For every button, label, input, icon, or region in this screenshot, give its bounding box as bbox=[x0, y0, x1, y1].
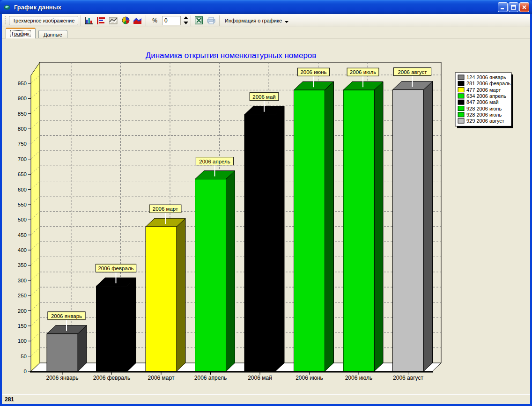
svg-text:2006 апрель: 2006 апрель bbox=[199, 159, 230, 164]
status-bar: 281 bbox=[2, 394, 530, 404]
chart-info-button[interactable]: Информация о графике bbox=[222, 16, 291, 25]
svg-text:2006 май: 2006 май bbox=[252, 94, 276, 100]
title-bar: График данных bbox=[0, 0, 532, 14]
toolbar-separator bbox=[219, 15, 220, 26]
svg-text:2006 апрель: 2006 апрель bbox=[194, 375, 227, 381]
horizontal-bar-chart-button[interactable] bbox=[96, 15, 107, 26]
svg-text:847 2006 май: 847 2006 май bbox=[466, 99, 499, 105]
svg-text:477 2006 март: 477 2006 март bbox=[466, 87, 501, 93]
svg-text:928 2006 июль: 928 2006 июль bbox=[466, 112, 502, 118]
svg-text:2006 июнь: 2006 июнь bbox=[300, 69, 326, 75]
tab-data[interactable]: Данные bbox=[38, 30, 67, 38]
svg-text:750: 750 bbox=[18, 141, 27, 147]
svg-text:634 2006 апрель: 634 2006 апрель bbox=[466, 93, 506, 99]
svg-text:950: 950 bbox=[18, 81, 27, 86]
bar-2 bbox=[146, 218, 185, 371]
toolbar-grip[interactable] bbox=[4, 16, 7, 25]
svg-text:0: 0 bbox=[24, 369, 27, 374]
window-icon bbox=[3, 3, 11, 11]
three-d-view-button[interactable]: Трехмерное изображение bbox=[9, 16, 78, 25]
line-chart-icon bbox=[109, 17, 118, 24]
tab-chart-label: График bbox=[11, 31, 30, 37]
svg-text:650: 650 bbox=[18, 171, 27, 177]
vertical-bar-chart-button[interactable] bbox=[83, 15, 95, 26]
area-chart-button[interactable] bbox=[132, 15, 143, 26]
svg-text:928 2006 июнь: 928 2006 июнь bbox=[466, 106, 502, 111]
close-button[interactable] bbox=[519, 2, 529, 12]
svg-text:700: 700 bbox=[18, 156, 27, 162]
vertical-bar-chart-icon bbox=[85, 17, 93, 24]
pie-chart-icon bbox=[122, 16, 130, 24]
svg-text:450: 450 bbox=[18, 232, 27, 238]
chart-canvas: 0501001502002503003504004505005506006507… bbox=[2, 38, 530, 393]
minimize-icon bbox=[500, 5, 505, 10]
tab-chart[interactable]: График bbox=[6, 28, 36, 38]
svg-text:800: 800 bbox=[18, 126, 27, 132]
svg-text:150: 150 bbox=[18, 323, 27, 329]
percent-button[interactable]: % bbox=[148, 16, 161, 25]
svg-text:600: 600 bbox=[18, 187, 27, 192]
maximize-button[interactable] bbox=[509, 2, 518, 12]
svg-text:400: 400 bbox=[18, 247, 27, 253]
chevron-down-icon bbox=[285, 21, 288, 23]
export-excel-button[interactable] bbox=[193, 15, 205, 26]
svg-text:2006 март: 2006 март bbox=[148, 375, 175, 381]
close-icon bbox=[522, 5, 527, 10]
pie-chart-button[interactable] bbox=[120, 15, 131, 26]
window-title: График данных bbox=[14, 4, 497, 11]
bar-6 bbox=[343, 81, 383, 371]
bar-1 bbox=[96, 278, 136, 371]
svg-text:200: 200 bbox=[18, 308, 27, 314]
svg-text:250: 250 bbox=[18, 293, 27, 298]
spin-down-button[interactable] bbox=[184, 22, 188, 24]
svg-text:2006 июль: 2006 июль bbox=[345, 375, 373, 381]
toolbar-separator bbox=[81, 15, 81, 26]
bar-5 bbox=[294, 81, 334, 371]
minimize-button[interactable] bbox=[498, 2, 508, 12]
svg-text:2006 август: 2006 август bbox=[393, 375, 423, 381]
svg-text:2006 август: 2006 август bbox=[398, 69, 427, 75]
spin-up-button[interactable] bbox=[184, 16, 188, 19]
toolbar: Трехмерное изображение bbox=[2, 14, 530, 27]
bar-0 bbox=[47, 325, 87, 371]
excel-icon bbox=[195, 16, 203, 24]
svg-text:2006 май: 2006 май bbox=[248, 375, 272, 381]
line-chart-button[interactable] bbox=[108, 15, 119, 26]
toolbar-separator bbox=[191, 15, 191, 26]
svg-text:350: 350 bbox=[18, 262, 27, 268]
svg-text:300: 300 bbox=[18, 278, 27, 283]
svg-text:2006 январь: 2006 январь bbox=[46, 375, 79, 381]
svg-text:Динамика открытия номенклатурн: Динамика открытия номенклатурных номеров bbox=[146, 51, 317, 60]
maximize-icon bbox=[511, 5, 516, 10]
svg-text:124 2006 январь: 124 2006 январь bbox=[466, 74, 506, 80]
svg-text:929 2006 август: 929 2006 август bbox=[466, 118, 504, 124]
chart-title: Динамика открытия номенклатурных номеров bbox=[146, 51, 317, 60]
svg-text:2006 июнь: 2006 июнь bbox=[296, 375, 323, 381]
plot-left-wall bbox=[31, 62, 40, 371]
percent-spin-input[interactable] bbox=[162, 16, 181, 25]
tab-data-label: Данные bbox=[44, 32, 62, 37]
bar-3 bbox=[195, 171, 235, 371]
svg-text:900: 900 bbox=[18, 96, 27, 101]
tab-strip: График Данные bbox=[2, 28, 530, 38]
bar-4 bbox=[244, 106, 284, 371]
svg-text:2006 февраль: 2006 февраль bbox=[93, 375, 131, 381]
toolbar-separator bbox=[146, 15, 146, 26]
chart-legend: 124 2006 январь281 2006 февраль477 2006 … bbox=[455, 73, 513, 128]
chart-info-label: Информация о графике bbox=[225, 18, 282, 23]
printer-icon bbox=[207, 17, 215, 24]
area-chart-icon bbox=[133, 17, 142, 24]
horizontal-bar-chart-icon bbox=[97, 17, 105, 24]
svg-text:500: 500 bbox=[18, 217, 27, 222]
svg-text:2006 июль: 2006 июль bbox=[350, 69, 376, 75]
svg-text:2006 март: 2006 март bbox=[153, 206, 178, 212]
svg-text:100: 100 bbox=[18, 338, 27, 344]
chart-page: 0501001502002503003504004505005506006507… bbox=[2, 38, 530, 391]
svg-text:50: 50 bbox=[21, 354, 27, 359]
window-body: Трехмерное изображение bbox=[2, 14, 530, 404]
svg-text:281 2006 февраль: 281 2006 февраль bbox=[466, 81, 511, 86]
print-button[interactable] bbox=[206, 15, 217, 26]
spin-buttons bbox=[184, 16, 188, 24]
svg-text:550: 550 bbox=[18, 202, 27, 207]
svg-text:2006 февраль: 2006 февраль bbox=[98, 266, 133, 271]
